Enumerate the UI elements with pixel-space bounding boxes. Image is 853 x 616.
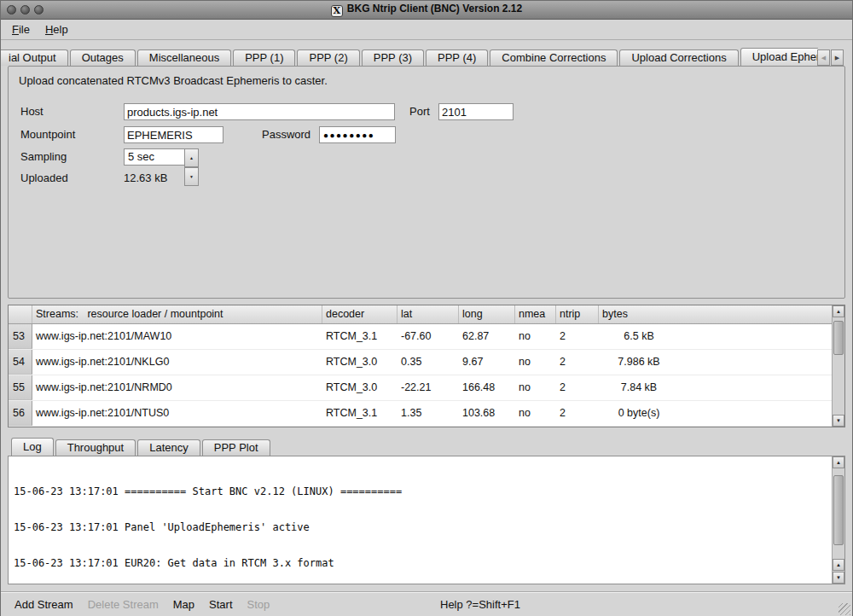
cell-mountpoint: www.igs-ip.net:2101/NKLG0: [32, 350, 322, 375]
scroll-up-icon[interactable]: ▲: [833, 559, 844, 571]
scroll-up-icon[interactable]: ▲: [833, 305, 844, 317]
sampling-label: Sampling: [20, 148, 67, 166]
mountpoint-label: Mountpoint: [20, 126, 75, 143]
header-lat[interactable]: lat: [397, 305, 459, 323]
password-input[interactable]: ●●●●●●●●: [319, 126, 396, 143]
help-shortcut-label: Help ?=Shift+F1: [440, 592, 520, 616]
cell-bytes: 7.84 kB: [599, 375, 832, 400]
table-row[interactable]: 54 www.igs-ip.net:2101/NKLG0 RTCM_3.0 0.…: [9, 350, 832, 375]
tab-scroll-right-icon[interactable]: ▶: [831, 49, 844, 66]
log-line: 15-06-23 13:17:01 EUR20: Get data in RTC…: [14, 557, 827, 569]
cell-nmea: no: [515, 401, 556, 426]
map-button[interactable]: Map: [173, 598, 194, 611]
tab-upload-corrections[interactable]: Upload Corrections: [619, 49, 738, 66]
cell-nmea: no: [515, 350, 556, 375]
tab-serial-output[interactable]: ial Output: [1, 49, 68, 66]
header-long[interactable]: long: [459, 305, 515, 323]
upload-ephemeris-panel: Upload concatenated RTCMv3 Broadcast Eph…: [8, 66, 845, 299]
table-corner: [9, 305, 32, 323]
streams-table-header: Streams: resource loader / mountpoint de…: [9, 305, 832, 324]
streams-table: Streams: resource loader / mountpoint de…: [8, 305, 845, 427]
cell-long: 62.87: [459, 324, 515, 349]
panel-description: Upload concatenated RTCMv3 Broadcast Eph…: [19, 74, 328, 87]
streams-scrollbar[interactable]: ▲ ▼: [832, 305, 844, 427]
header-mountpoint[interactable]: Streams: resource loader / mountpoint: [32, 305, 322, 323]
scrollbar-thumb[interactable]: [833, 475, 844, 545]
log-scrollbar[interactable]: ▲ ▲ ▼: [832, 456, 844, 584]
table-row[interactable]: 56 www.igs-ip.net:2101/NTUS0 RTCM_3.1 1.…: [9, 401, 832, 427]
uploaded-value: 12.63 kB: [124, 170, 167, 187]
cell-bytes: 0 byte(s): [599, 401, 832, 426]
add-stream-button[interactable]: Add Stream: [15, 598, 73, 611]
host-label: Host: [20, 103, 44, 120]
tab-log[interactable]: Log: [11, 438, 54, 456]
host-input[interactable]: [124, 103, 395, 120]
cell-bytes-value: 0 byte(s): [602, 401, 676, 426]
sampling-spinbox[interactable]: 5 sec ▲ ▼: [124, 148, 199, 166]
table-row[interactable]: 55 www.igs-ip.net:2101/NRMD0 RTCM_3.0 -2…: [9, 375, 832, 401]
close-button[interactable]: [7, 5, 16, 15]
header-decoder[interactable]: decoder: [322, 305, 397, 323]
cell-long: 9.67: [459, 350, 515, 375]
menu-help[interactable]: Help: [38, 20, 76, 39]
tab-ppp-plot[interactable]: PPP Plot: [202, 439, 270, 456]
titlebar[interactable]: XBKG Ntrip Client (BNC) Version 2.12: [1, 1, 852, 20]
mountpoint-row: Mountpoint Password ●●●●●●●●: [9, 126, 844, 143]
header-ntrip[interactable]: ntrip: [556, 305, 599, 323]
scroll-down-icon[interactable]: ▼: [833, 415, 844, 427]
port-label: Port: [409, 103, 430, 120]
cell-lat: 1.35: [397, 401, 459, 426]
tab-scroll-left-icon[interactable]: ◀: [817, 49, 830, 66]
resize-grip[interactable]: [838, 603, 850, 615]
log-line: 15-06-23 13:17:01 Panel 'UploadEphemeris…: [14, 521, 827, 533]
cell-mountpoint: www.igs-ip.net:2101/MAW10: [32, 324, 322, 349]
tab-ppp-2[interactable]: PPP (2): [297, 49, 359, 66]
delete-stream-button[interactable]: Delete Stream: [88, 598, 159, 611]
log-view: 15-06-23 13:17:01 ========== Start BNC v…: [8, 456, 845, 584]
cell-lat: 0.35: [397, 350, 459, 375]
tab-ppp-4[interactable]: PPP (4): [426, 49, 488, 66]
cell-ntrip: 2: [556, 375, 599, 400]
uploaded-label: Uploaded: [20, 170, 68, 187]
bottom-tabbar: Log Throughput Latency PPP Plot: [8, 438, 845, 456]
tab-outages[interactable]: Outages: [70, 49, 136, 66]
tab-ppp-3[interactable]: PPP (3): [362, 49, 424, 66]
tab-ppp-1[interactable]: PPP (1): [233, 49, 295, 66]
uploaded-row: Uploaded 12.63 kB: [9, 170, 844, 187]
table-row[interactable]: 53 www.igs-ip.net:2101/MAW10 RTCM_3.1 -6…: [9, 324, 832, 350]
cell-long: 103.68: [459, 401, 515, 426]
cell-mountpoint: www.igs-ip.net:2101/NTUS0: [32, 401, 322, 426]
cell-nmea: no: [515, 324, 556, 349]
spin-up-icon[interactable]: ▲: [184, 148, 199, 167]
scrollbar-thumb[interactable]: [833, 321, 844, 355]
menubar: File Help: [1, 20, 852, 40]
cell-bytes-value: 7.986 kB: [602, 350, 676, 375]
sampling-row: Sampling 5 sec ▲ ▼: [9, 148, 844, 166]
minimize-button[interactable]: [20, 5, 30, 15]
start-button[interactable]: Start: [209, 598, 232, 611]
cell-bytes-value: 6.5 kB: [602, 324, 676, 349]
tab-latency[interactable]: Latency: [137, 439, 200, 456]
stop-button[interactable]: Stop: [247, 598, 270, 611]
cell-lat: -22.21: [397, 375, 459, 400]
tab-scroll-controls: ◀ ▶: [816, 49, 844, 66]
tab-upload-ephemeris[interactable]: Upload Ephemeris: [740, 48, 818, 66]
tab-combine-corrections[interactable]: Combine Corrections: [490, 49, 618, 66]
tab-miscellaneous[interactable]: Miscellaneous: [137, 49, 231, 66]
row-number: 56: [9, 401, 32, 426]
cell-bytes-value: 7.84 kB: [602, 375, 676, 400]
cell-ntrip: 2: [556, 350, 599, 375]
zoom-button[interactable]: [34, 5, 44, 15]
header-bytes[interactable]: bytes: [599, 305, 832, 323]
row-number: 55: [9, 375, 32, 400]
config-tabbar: ial Output Outages Miscellaneous PPP (1)…: [1, 48, 818, 66]
port-input[interactable]: [438, 103, 514, 120]
menu-file[interactable]: File: [4, 20, 38, 39]
tab-throughput[interactable]: Throughput: [55, 439, 136, 456]
log-text: 15-06-23 13:17:01 ========== Start BNC v…: [9, 456, 844, 584]
scroll-up-icon[interactable]: ▲: [833, 456, 844, 468]
header-nmea[interactable]: nmea: [515, 305, 556, 323]
mountpoint-input[interactable]: [124, 126, 223, 143]
scroll-down-icon[interactable]: ▼: [833, 572, 844, 584]
window-title: XBKG Ntrip Client (BNC) Version 2.12: [1, 3, 852, 17]
